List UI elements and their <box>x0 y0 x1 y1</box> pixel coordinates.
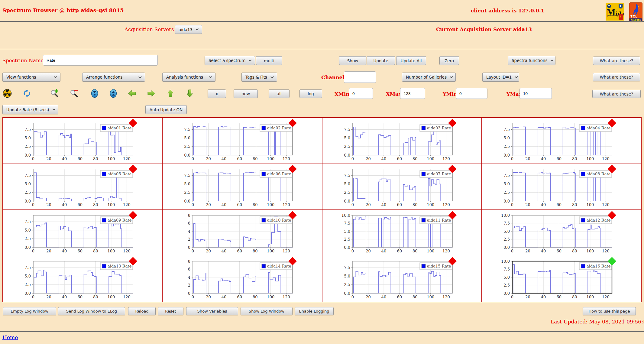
spectrum-cell-aida09[interactable]: 0204060801001200.02.55.07.5aida09 Rate <box>3 210 162 256</box>
spectra-functions-dropdown[interactable]: Spectra functions <box>508 56 555 65</box>
svg-text:5.0: 5.0 <box>344 182 350 186</box>
svg-text:120: 120 <box>283 249 290 253</box>
update-rate-dropdown[interactable]: Update Rate (8 secs) <box>2 105 58 114</box>
xmax-input[interactable] <box>400 88 425 99</box>
svg-text:60: 60 <box>397 203 402 207</box>
svg-text:0.0: 0.0 <box>24 199 31 203</box>
zoom-out-icon[interactable] <box>70 89 79 98</box>
spectrum-cell-aida04[interactable]: 0204060801001200.02.55.07.5aida04 Rate <box>482 118 641 164</box>
svg-text:20: 20 <box>46 295 51 299</box>
all-button[interactable]: all <box>269 89 290 98</box>
enable-logging-button[interactable]: Enable Logging <box>295 307 334 315</box>
double-up-icon[interactable] <box>109 89 118 98</box>
svg-text:2: 2 <box>188 283 190 287</box>
svg-text:5.0: 5.0 <box>344 274 350 278</box>
select-a-spectrum-dropdown[interactable]: Select a spectrum <box>205 56 255 65</box>
svg-text:7.5: 7.5 <box>503 127 510 132</box>
svg-text:100: 100 <box>586 295 594 299</box>
svg-text:0: 0 <box>192 203 194 207</box>
svg-text:40: 40 <box>381 157 386 161</box>
spectrum-cell-aida01[interactable]: 0204060801001200.02.55.07.5aida01 Rate <box>3 118 162 164</box>
reset-button[interactable]: Reset <box>158 307 183 315</box>
spectrum-name-input[interactable] <box>43 55 158 66</box>
what-are-these-button-3[interactable]: What are these? <box>592 90 641 98</box>
arrange-functions-dropdown[interactable]: Arrange functions <box>82 73 145 82</box>
svg-text:10.0: 10.0 <box>341 213 350 217</box>
svg-text:20: 20 <box>366 295 371 299</box>
svg-text:0: 0 <box>188 291 190 296</box>
svg-text:7.5: 7.5 <box>503 267 510 271</box>
svg-text:0: 0 <box>351 203 354 207</box>
show-log-window-button[interactable]: Show Log Window <box>241 307 293 315</box>
empty-log-window-button[interactable]: Empty Log Window <box>3 307 56 315</box>
acquisition-server-select[interactable]: aida13 <box>175 25 202 34</box>
svg-text:5.0: 5.0 <box>344 136 350 140</box>
update-button[interactable]: Update <box>367 56 395 65</box>
spectrum-cell-aida05[interactable]: 0204060801001200.02.55.07.5aida05 Rate <box>3 164 162 210</box>
svg-text:5.0: 5.0 <box>184 182 191 186</box>
spectrum-cell-aida14[interactable]: 02040608010012002468aida14 Rate <box>162 256 322 302</box>
spectrum-cell-aida08[interactable]: 0204060801001200.02.55.07.5aida08 Rate <box>482 164 641 210</box>
spectrum-cell-aida06[interactable]: 0204060801001200.02.55.07.5aida06 Rate <box>162 164 322 210</box>
svg-text:40: 40 <box>541 157 546 161</box>
send-log-to-elog-button[interactable]: Send Log Window to ELog <box>58 307 125 315</box>
acquisition-servers-label: Acquisition Servers <box>125 27 174 32</box>
spectrum-cell-aida02[interactable]: 0204060801001200.02.55.07.5aida02 Rate <box>162 118 322 164</box>
spectrum-cell-aida11[interactable]: 0204060801001200.02.55.07.510.0aida11 Ra… <box>322 210 482 256</box>
what-are-these-button-2[interactable]: What are these? <box>593 73 640 81</box>
down-arrow-icon[interactable] <box>185 89 194 98</box>
update-all-button[interactable]: Update All <box>396 56 426 65</box>
multi-button[interactable]: multi <box>256 56 282 65</box>
x-axis-button[interactable]: x <box>208 89 226 98</box>
up-arrow-icon[interactable] <box>166 89 175 98</box>
reload-button[interactable]: Reload <box>128 307 156 315</box>
spectrum-cell-aida16[interactable]: 0204060801001200.02.55.07.510.0aida16 Ra… <box>482 256 641 302</box>
spectrum-cell-aida03[interactable]: 0204060801001200.02.55.07.5aida03 Rate <box>322 118 482 164</box>
what-are-these-button-1[interactable]: What are these? <box>593 57 640 65</box>
layout-id-dropdown[interactable]: Layout ID=1 <box>482 73 519 82</box>
home-link[interactable]: Home <box>2 334 18 340</box>
spectrum-cell-aida12[interactable]: 0204060801001200.02.55.07.510.0aida12 Ra… <box>482 210 641 256</box>
divider-bottom <box>0 331 644 332</box>
xmin-input[interactable] <box>349 88 373 99</box>
radiation-icon[interactable] <box>3 89 12 98</box>
number-of-galleries-dropdown[interactable]: Number of Galleries <box>402 73 456 82</box>
ymin-input[interactable] <box>456 88 487 99</box>
svg-text:7.5: 7.5 <box>344 127 350 132</box>
midas-badge-icon: i <box>619 14 623 20</box>
channel-input[interactable] <box>344 71 376 83</box>
left-arrow-icon[interactable] <box>128 89 137 98</box>
spectrum-cell-aida10[interactable]: 02040608010012002468aida10 Rate <box>162 210 322 256</box>
zero-button[interactable]: Zero <box>439 56 459 65</box>
svg-text:2.5: 2.5 <box>344 283 350 287</box>
svg-text:20: 20 <box>46 157 51 161</box>
svg-text:100: 100 <box>107 295 115 299</box>
zoom-in-icon[interactable] <box>50 89 59 98</box>
double-down-icon[interactable] <box>90 89 99 98</box>
midas-logo: Midas powered by i <box>606 3 624 21</box>
chevron-down-icon <box>138 76 142 78</box>
new-button[interactable]: new <box>234 89 258 98</box>
right-arrow-icon[interactable] <box>147 89 156 98</box>
tags-fits-dropdown[interactable]: Tags & Fits <box>241 73 277 82</box>
ymax-input[interactable] <box>519 88 552 99</box>
spectrum-plot: 0204060801001200.02.55.07.5aida05 Rate <box>15 164 151 209</box>
spectrum-cell-aida15[interactable]: 0204060801001200.02.55.07.5aida15 Rate <box>322 256 482 302</box>
svg-text:0.0: 0.0 <box>24 291 31 296</box>
show-button[interactable]: Show <box>339 56 366 65</box>
log-button[interactable]: log <box>299 89 322 98</box>
view-functions-dropdown[interactable]: View functions <box>2 73 60 82</box>
refresh-icon[interactable] <box>22 89 31 98</box>
spectrum-plot: 0204060801001200.02.55.07.510.0aida11 Ra… <box>335 210 471 255</box>
spectrum-cell-aida07[interactable]: 0204060801001200.02.55.07.5aida07 Rate <box>322 164 482 210</box>
svg-text:60: 60 <box>237 249 242 253</box>
analysis-functions-dropdown[interactable]: Analysis functions <box>162 73 215 82</box>
how-to-use-button[interactable]: How to use this page <box>583 307 636 315</box>
auto-update-button[interactable]: Auto Update ON <box>145 105 187 114</box>
spectrum-cell-aida13[interactable]: 0204060801001200.02.55.07.5aida13 Rate <box>3 256 162 302</box>
show-variables-button[interactable]: Show Variables <box>186 307 238 315</box>
spectrum-plot: 0204060801001200.02.55.07.5aida02 Rate <box>175 118 311 163</box>
svg-text:0.0: 0.0 <box>184 153 191 157</box>
chevron-down-icon <box>550 60 554 62</box>
svg-text:120: 120 <box>602 249 610 253</box>
